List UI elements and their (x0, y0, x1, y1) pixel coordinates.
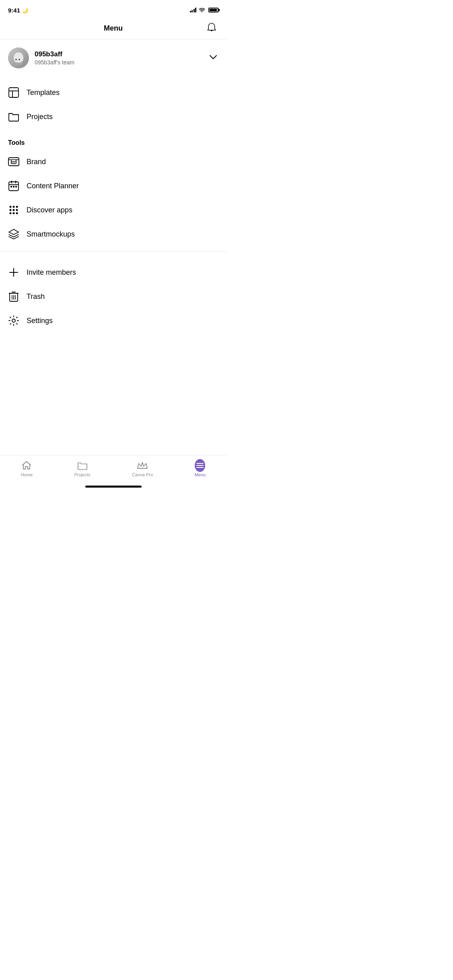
menu-item-discover-apps[interactable]: Discover apps (0, 198, 226, 222)
menu-nav-label: Menu (195, 472, 206, 477)
calendar-icon (8, 180, 19, 191)
username: 095b3aff (35, 50, 202, 58)
menu-item-smartmockups[interactable]: Smartmockups (0, 222, 226, 246)
bottom-navigation: Home Projects Canva Pro (0, 455, 226, 490)
battery-icon (208, 8, 218, 12)
menu-item-invite-members[interactable]: Invite members (0, 260, 226, 284)
svg-point-17 (13, 206, 15, 208)
folder-nav-icon (77, 460, 88, 471)
gear-icon (8, 315, 19, 326)
tools-section: Tools CO Brand (0, 133, 226, 246)
crown-icon (137, 460, 148, 471)
grid-icon (8, 204, 19, 216)
page-title: Menu (104, 24, 123, 33)
plus-icon (8, 267, 19, 278)
svg-point-22 (10, 212, 12, 214)
settings-label: Settings (27, 317, 53, 325)
bell-icon (206, 23, 217, 33)
nav-canva-pro[interactable]: Canva Pro (126, 459, 159, 479)
menu-item-content-planner[interactable]: Content Planner (0, 174, 226, 198)
menu-avatar (195, 459, 205, 472)
chevron-down-icon (210, 55, 217, 60)
trash-icon (8, 291, 19, 302)
svg-point-32 (12, 319, 15, 322)
status-icons (190, 8, 219, 12)
svg-point-19 (10, 209, 12, 211)
menu-item-brand[interactable]: CO Brand (0, 150, 226, 174)
section-divider (0, 251, 226, 251)
svg-point-16 (10, 206, 12, 208)
folder-icon (8, 111, 19, 122)
svg-rect-14 (13, 186, 14, 187)
svg-point-24 (16, 212, 18, 214)
home-nav-label: Home (21, 472, 33, 477)
projects-nav-label: Projects (74, 472, 91, 477)
trash-label: Trash (27, 292, 45, 301)
menu-item-templates[interactable]: Templates (0, 80, 226, 105)
signal-icon (190, 8, 197, 12)
tools-heading: Tools (0, 133, 226, 150)
wifi-icon (199, 8, 205, 12)
header: Menu (0, 18, 226, 39)
status-time: 9:41 (8, 7, 20, 14)
status-bar: 9:41 🌙 (0, 0, 226, 18)
avatar (8, 47, 29, 68)
profile-chevron-button[interactable] (208, 54, 218, 63)
content-planner-label: Content Planner (27, 182, 79, 190)
menu-item-projects[interactable]: Projects (0, 105, 226, 129)
templates-label: Templates (27, 89, 60, 97)
main-menu-list: Templates Projects (0, 76, 226, 133)
svg-point-18 (16, 206, 18, 208)
nav-menu[interactable]: Menu (188, 459, 212, 479)
menu-item-trash[interactable]: Trash (0, 284, 226, 309)
templates-icon (8, 87, 19, 98)
moon-icon: 🌙 (22, 7, 28, 13)
svg-rect-13 (10, 186, 12, 187)
smartmockups-label: Smartmockups (27, 230, 75, 239)
bottom-menu-list: Invite members Trash Settings (0, 256, 226, 337)
svg-point-20 (13, 209, 15, 211)
nav-home[interactable]: Home (14, 459, 39, 479)
projects-label: Projects (27, 113, 53, 121)
svg-text:CO: CO (12, 161, 15, 164)
brand-icon: CO (8, 156, 19, 167)
user-info: 095b3aff 095b3aff's team (35, 50, 202, 66)
invite-members-label: Invite members (27, 268, 76, 277)
discover-apps-label: Discover apps (27, 206, 72, 214)
brand-label: Brand (27, 158, 46, 166)
svg-point-23 (13, 212, 15, 214)
profile-section[interactable]: 095b3aff 095b3aff's team (0, 39, 226, 76)
layers-icon (8, 229, 19, 240)
menu-nav-icon (195, 460, 205, 471)
home-indicator (85, 486, 142, 488)
nav-projects[interactable]: Projects (68, 459, 97, 479)
bell-button[interactable] (205, 21, 218, 36)
svg-point-21 (16, 209, 18, 211)
user-team: 095b3aff's team (35, 59, 202, 66)
svg-rect-0 (9, 88, 19, 97)
home-icon (21, 460, 32, 471)
canva-pro-nav-label: Canva Pro (132, 472, 153, 477)
svg-rect-15 (15, 186, 17, 187)
menu-item-settings[interactable]: Settings (0, 309, 226, 333)
